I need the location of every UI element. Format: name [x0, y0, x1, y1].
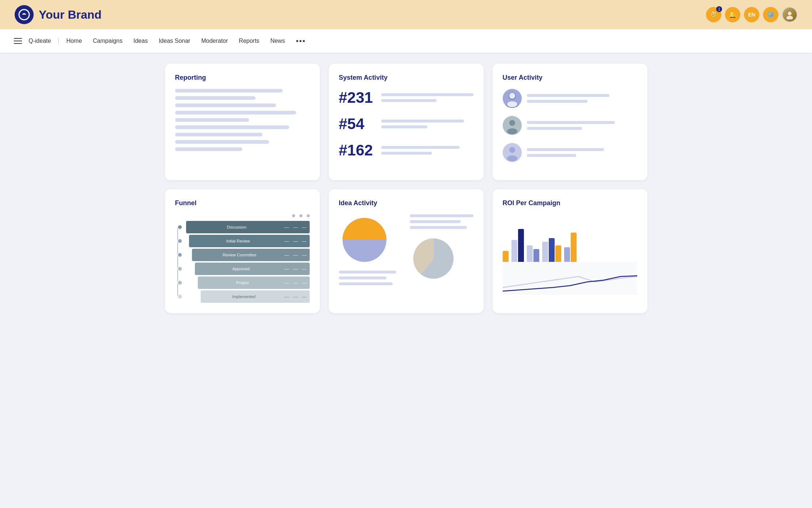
bar-orange [555, 245, 561, 262]
funnel-dashes: — — — [284, 294, 307, 300]
funnel-bar-initial: Initial Review — — — [189, 235, 310, 247]
user-avatar [783, 8, 797, 22]
nav-ideas[interactable]: Ideas [133, 36, 148, 46]
funnel-bar-approved: Approved — — — [195, 263, 310, 275]
idea-activity-card: Idea Activity [329, 189, 484, 313]
line-chart [503, 262, 637, 295]
bar-blue [549, 238, 555, 262]
stat-line [381, 152, 432, 155]
roi-title: ROI Per Campaign [503, 199, 637, 207]
stat-lines-2 [381, 120, 473, 128]
logo-icon [15, 5, 34, 24]
roi-chart [503, 214, 637, 296]
idea-line [410, 214, 473, 217]
svg-point-9 [509, 120, 515, 126]
dashboard-grid: Reporting System Activity #231 [165, 64, 647, 313]
badge: 1 [716, 6, 722, 12]
bell-button[interactable]: 🔔 [725, 7, 740, 22]
funnel-stage-initial: Initial Review — — — [186, 235, 310, 247]
nav-campaigns[interactable]: Campaigns [93, 36, 122, 46]
funnel-legend-item [299, 214, 302, 217]
funnel-connector [177, 227, 178, 297]
report-line [175, 104, 276, 107]
user-lines-2 [527, 121, 637, 130]
stat-line [381, 99, 437, 102]
funnel-stage-project: Project — — — [186, 276, 310, 289]
svg-point-2 [786, 16, 793, 19]
timer-button[interactable]: ⏱ 1 [706, 7, 721, 22]
funnel-card: Funnel [165, 189, 320, 313]
stat-number-2: #54 [339, 115, 375, 133]
funnel-label-discussion: Discussion [189, 225, 284, 229]
svg-point-7 [507, 101, 517, 107]
user-activity-card: User Activity [492, 64, 647, 180]
avatar-button[interactable] [782, 7, 797, 22]
funnel-circle [177, 280, 182, 285]
idea-activity-title: Idea Activity [339, 199, 473, 207]
funnel-dashes: — — — [284, 252, 307, 258]
bar-orange [571, 233, 577, 262]
pie-chart-1 [339, 214, 390, 266]
stat-lines-3 [381, 146, 473, 155]
report-lines [175, 89, 310, 151]
idea-right [410, 214, 473, 284]
funnel-bar-implemented: Implemented — — — [201, 290, 310, 303]
bar-group-5 [564, 233, 577, 262]
bar-lightblue [564, 247, 570, 262]
report-line [175, 133, 263, 136]
funnel-circle [177, 238, 182, 244]
bar-medium [533, 249, 539, 262]
funnel-stage-review: Review Committee — — — [186, 249, 310, 261]
system-activity-card: System Activity #231 #54 #162 [329, 64, 484, 180]
nav-moderator[interactable]: Moderator [201, 36, 228, 46]
funnel-bar-project: Project — — — [198, 276, 310, 289]
nav-news[interactable]: News [270, 36, 285, 46]
idea-lines-bottom [339, 271, 403, 285]
header-icons: ⏱ 1 🔔 EN ⚙️ [706, 7, 797, 22]
legend-dot [299, 214, 302, 217]
report-line [175, 125, 290, 129]
idea-line [410, 220, 461, 223]
report-line [175, 96, 256, 100]
bar-group-2 [511, 229, 524, 262]
funnel-legend [175, 214, 310, 217]
funnel-label-implemented: Implemented [204, 294, 284, 299]
report-line [175, 147, 242, 151]
nav-ideas-sonar[interactable]: Ideas Sonar [159, 36, 190, 46]
stat-item-2: #54 [339, 115, 473, 133]
user-avatar-1 [503, 89, 522, 108]
stat-number-3: #162 [339, 142, 375, 159]
funnel-label-project: Project [201, 281, 284, 285]
funnel-bar-discussion: Discussion — — — [186, 221, 310, 233]
lang-button[interactable]: EN [744, 7, 759, 22]
idea-line [339, 271, 396, 274]
idea-left [339, 214, 403, 285]
stat-line [381, 146, 460, 149]
nav-more[interactable]: ••• [296, 37, 306, 45]
stat-line [381, 125, 427, 128]
idea-lines-top [410, 214, 473, 229]
legend-dot [292, 214, 295, 217]
funnel-circle [177, 252, 182, 257]
user-line [527, 94, 610, 97]
bar-light [511, 240, 517, 262]
user-item-1 [503, 89, 637, 108]
report-line [175, 118, 249, 122]
funnel-label-approved: Approved [198, 267, 284, 271]
reporting-title: Reporting [175, 74, 310, 82]
user-line [527, 154, 577, 157]
funnel-stages-wrapper: Discussion — — — Initial Review — — — [175, 221, 310, 303]
nav-brand: Q-ideate [29, 38, 59, 44]
settings-button[interactable]: ⚙️ [763, 7, 778, 22]
nav-reports[interactable]: Reports [239, 36, 259, 46]
svg-point-13 [507, 155, 517, 161]
stat-item-3: #162 [339, 142, 473, 159]
stat-lines-1 [381, 93, 473, 102]
funnel-dashes: — — — [284, 225, 307, 230]
hamburger-menu[interactable] [11, 35, 25, 47]
user-lines-1 [527, 94, 637, 103]
idea-activity-content [339, 214, 473, 285]
pie-chart-2 [410, 235, 457, 282]
funnel-legend-item [292, 214, 295, 217]
nav-home[interactable]: Home [66, 36, 82, 46]
